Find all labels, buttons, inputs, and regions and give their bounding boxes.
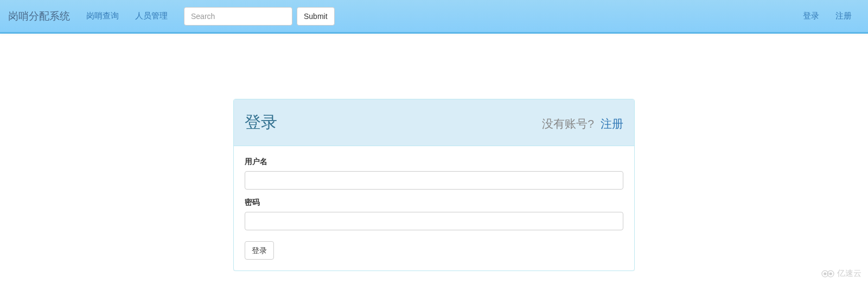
search-input[interactable]: [184, 7, 292, 26]
watermark-text: 亿速云: [837, 268, 861, 271]
watermark-icon: [821, 269, 835, 272]
search-submit-button[interactable]: Submit: [297, 7, 335, 26]
nav-link-query[interactable]: 岗哨查询: [78, 3, 127, 29]
login-panel: 登录 没有账号? 注册 用户名 密码 登录: [233, 99, 635, 271]
username-input[interactable]: [245, 171, 623, 190]
svg-point-0: [822, 271, 828, 271]
nav-right: 登录 注册: [795, 3, 860, 29]
no-account-text: 没有账号?: [542, 116, 594, 131]
main-container: 登录 没有账号? 注册 用户名 密码 登录: [117, 99, 751, 271]
username-label: 用户名: [245, 157, 623, 167]
login-button[interactable]: 登录: [245, 241, 274, 260]
login-wrapper: 登录 没有账号? 注册 用户名 密码 登录: [125, 99, 743, 271]
password-group: 密码: [245, 198, 623, 230]
panel-subtitle: 没有账号? 注册: [542, 116, 623, 131]
nav-link-personnel[interactable]: 人员管理: [127, 3, 176, 29]
nav-link-register[interactable]: 注册: [827, 3, 860, 29]
panel-body: 用户名 密码 登录: [234, 146, 634, 271]
brand-link[interactable]: 岗哨分配系统: [8, 1, 78, 32]
panel-title: 登录: [245, 111, 277, 134]
top-navbar: 岗哨分配系统 岗哨查询 人员管理 Submit 登录 注册: [0, 0, 868, 34]
watermark: 亿速云: [821, 268, 861, 271]
password-label: 密码: [245, 198, 623, 207]
nav-left: 岗哨查询 人员管理: [78, 3, 176, 29]
username-group: 用户名: [245, 157, 623, 190]
nav-link-login[interactable]: 登录: [795, 3, 827, 29]
panel-heading: 登录 没有账号? 注册: [234, 99, 634, 146]
password-input[interactable]: [245, 212, 623, 230]
svg-point-1: [827, 271, 834, 271]
register-link[interactable]: 注册: [601, 116, 623, 131]
navbar-search-form: Submit: [176, 7, 343, 26]
